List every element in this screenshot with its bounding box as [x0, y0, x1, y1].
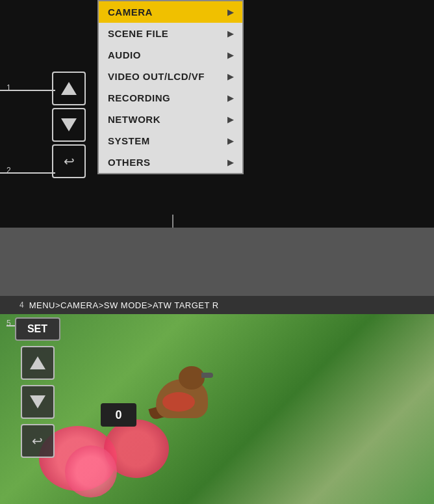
return-icon-top: ↩	[64, 153, 75, 169]
menu-item-scene-file-label: SCENE FILE	[108, 28, 168, 39]
return-icon-bottom: ↩	[32, 433, 43, 449]
down-button-bottom[interactable]	[21, 385, 55, 419]
menu-item-camera[interactable]: CAMERA ▶	[99, 1, 242, 23]
menu-item-network-label: NETWORK	[108, 114, 160, 125]
up-arrow-icon-bottom	[30, 356, 45, 369]
left-control-panel: ↩	[52, 72, 91, 178]
label-1: 1	[6, 83, 11, 92]
menu-item-recording-label: RECORDING	[108, 92, 170, 103]
middle-section	[0, 228, 434, 299]
viewfinder-top: 1 2 ↩ CAMERA ▶ SCENE FILE ▶ AUDIO ▶ VIDE…	[0, 0, 434, 228]
bird-breast	[162, 392, 195, 412]
down-button-top[interactable]	[52, 108, 86, 142]
menu-item-audio-label: AUDIO	[108, 49, 141, 60]
menu-item-scene-file[interactable]: SCENE FILE ▶	[99, 23, 242, 44]
up-button-bottom[interactable]	[21, 346, 55, 380]
menu-item-video-out[interactable]: VIDEO OUT/LCD/VF ▶	[99, 66, 242, 87]
main-menu: CAMERA ▶ SCENE FILE ▶ AUDIO ▶ VIDEO OUT/…	[97, 0, 244, 174]
up-arrow-icon	[61, 82, 77, 95]
value-display: 0	[101, 403, 136, 427]
return-button-bottom[interactable]: ↩	[21, 424, 55, 458]
menu-arrow-network: ▶	[227, 115, 234, 124]
menu-arrow-scene: ▶	[227, 29, 234, 38]
bird-head	[179, 366, 205, 390]
value-text: 0	[115, 408, 121, 422]
set-button-label: SET	[27, 323, 47, 335]
menu-arrow-system: ▶	[227, 137, 234, 146]
menu-arrow-camera: ▶	[227, 8, 234, 17]
bird-subject	[143, 353, 221, 438]
menu-item-video-out-label: VIDEO OUT/LCD/VF	[108, 71, 205, 82]
set-button[interactable]: SET	[15, 317, 60, 341]
bottom-control-panel: SET ↩	[0, 314, 101, 504]
menu-item-others[interactable]: OTHERS ▶	[99, 152, 242, 173]
down-arrow-icon-bottom	[30, 395, 45, 408]
menu-item-system-label: SYSTEM	[108, 135, 150, 146]
breadcrumb-path: MENU>CAMERA>SW MODE>ATW TARGET R	[29, 300, 219, 310]
menu-item-others-label: OTHERS	[108, 157, 151, 168]
menu-item-audio[interactable]: AUDIO ▶	[99, 44, 242, 66]
menu-item-recording[interactable]: RECORDING ▶	[99, 87, 242, 109]
menu-item-system[interactable]: SYSTEM ▶	[99, 130, 242, 152]
breadcrumb-bar: 4 MENU>CAMERA>SW MODE>ATW TARGET R	[0, 296, 434, 314]
breadcrumb-num-label: 4	[19, 300, 24, 310]
bird-beak	[201, 373, 213, 378]
up-button-top[interactable]	[52, 72, 86, 105]
menu-arrow-recording: ▶	[227, 94, 234, 103]
menu-item-camera-label: CAMERA	[108, 7, 153, 18]
menu-arrow-others: ▶	[227, 158, 234, 167]
menu-arrow-video: ▶	[227, 72, 234, 81]
down-arrow-icon	[61, 118, 77, 131]
menu-item-network[interactable]: NETWORK ▶	[99, 109, 242, 130]
menu-arrow-audio: ▶	[227, 51, 234, 60]
label-2: 2	[6, 166, 11, 175]
return-button-top[interactable]: ↩	[52, 144, 86, 178]
